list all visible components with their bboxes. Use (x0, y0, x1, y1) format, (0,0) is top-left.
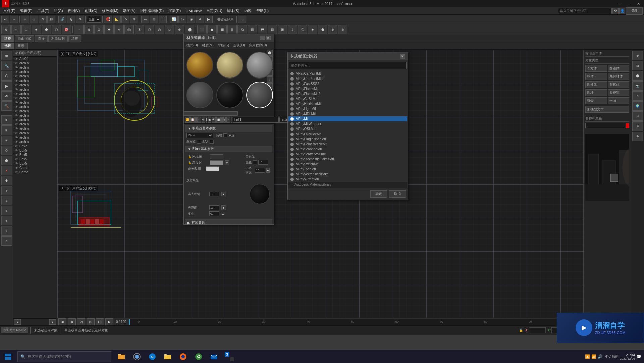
mat-browser-ok-btn[interactable]: 确定 (370, 190, 387, 198)
render-frame-btn[interactable]: ▶ (205, 16, 213, 23)
sub-toolbar-btn-17[interactable]: ⬭ (165, 25, 174, 34)
browser-item-vrfsss2[interactable]: VRayFastSSS2 (288, 81, 407, 86)
menu-item-create[interactable]: 创建(C) (83, 8, 99, 14)
sub-toolbar-btn-16[interactable]: ◎ (155, 25, 164, 34)
browser-item-vrscanned[interactable]: VRayScannedMtl (288, 147, 407, 152)
mat-browser-list[interactable]: VRayCarPaintMtl VRayCarPaintMtl2 VRayFas… (288, 70, 408, 188)
mat-specular-swatch[interactable] (206, 166, 219, 171)
toolbar-icon-1[interactable]: ⚙ (612, 8, 619, 14)
list-item[interactable]: 👁archin (13, 92, 57, 96)
mat-sphere-gray[interactable] (246, 52, 273, 79)
sidebar-btn-extra-11[interactable]: ⊕ (1, 216, 12, 225)
taskbar-app-app1[interactable]: ♻ (191, 350, 206, 363)
mat-fwd-btn[interactable]: → (226, 117, 230, 123)
browser-group-autodesk[interactable]: — Autodesk MaterialLibrary (288, 182, 407, 187)
sidebar-btn-extra-6[interactable]: 🔺 (1, 166, 12, 175)
menu-item-content[interactable]: 内容 (242, 8, 254, 14)
mat-faceted-cb[interactable] (210, 140, 214, 144)
list-item[interactable]: 👁archin (13, 96, 57, 100)
sidebar-btn-extra-5[interactable]: ⬤ (1, 156, 12, 165)
tab-modeling[interactable]: 建模 (1, 35, 14, 42)
enhanced-text-btn[interactable]: 加强型文本 (585, 106, 629, 113)
geosphere-btn[interactable]: 几何球体 (608, 73, 630, 80)
list-item[interactable]: 👁archin (13, 131, 57, 135)
sub-toolbar-btn-4[interactable]: ◈ (32, 25, 41, 34)
far-right-btn-5[interactable]: ☀ (632, 91, 643, 101)
sub-toolbar-btn-22[interactable]: ▦ (217, 25, 227, 34)
taskbar-app-files[interactable] (160, 350, 175, 363)
list-item[interactable]: 👁archin (13, 61, 57, 65)
menu-item-civil-view[interactable]: Civil View (183, 8, 203, 14)
timeline-play-fwd-btn[interactable]: ▶ (105, 318, 113, 326)
browser-item-vrscatter[interactable]: VRayScatterVolume (288, 152, 407, 157)
mat-soften-val[interactable] (209, 211, 219, 216)
mat-show-btn[interactable]: 👁 (212, 117, 216, 123)
list-item[interactable]: 👁archin (13, 74, 57, 79)
far-right-btn-9[interactable]: ⊘ (632, 132, 643, 141)
menu-item-tools[interactable]: 工具(T) (35, 8, 51, 14)
far-right-btn-6[interactable]: 🌍 (632, 101, 643, 111)
viewport-front[interactable]: [+] [前] [用户定义] [线框] (57, 184, 584, 318)
mat-reset-btn[interactable]: ↺ (202, 117, 205, 123)
timeline-prev-btn[interactable]: ⏮ (68, 318, 76, 326)
unlink-btn[interactable]: ⛓ (67, 16, 75, 23)
taskbar-app-mail[interactable] (207, 350, 221, 363)
sidebar-btn-extra-1[interactable]: ⊞ (1, 115, 12, 125)
browser-item-vrosl[interactable]: VRayOSLMtl (288, 126, 407, 132)
mat-browser-cancel-btn[interactable]: 取消 (389, 190, 406, 198)
menu-item-graph-editor[interactable]: 图形编辑器(D) (138, 8, 166, 14)
sub-toolbar-btn-14[interactable]: ⧖ (135, 25, 144, 34)
mat-menu-utility[interactable]: 实用程序(U) (248, 43, 268, 48)
sub-toolbar-btn-27[interactable]: ⊡ (268, 25, 277, 34)
mat-gloss-val[interactable] (209, 205, 219, 210)
browser-item-vrtoon[interactable]: VRayToonMtl (288, 167, 407, 172)
sidebar-btn-extra-7[interactable]: ⬟ (1, 176, 12, 185)
more-tools-btn[interactable]: ⋯ (238, 16, 246, 23)
sidebar-btn-extra-8[interactable]: ◈ (1, 186, 12, 195)
taskbar-search-box[interactable]: 🔍 在这里输入你想搜索的内容 (17, 351, 111, 362)
maximize-btn[interactable]: □ (626, 2, 632, 6)
browser-item-vrcp1[interactable]: VRayCarPaintMtl (288, 71, 407, 76)
sub-toolbar-btn-3[interactable]: □ (21, 25, 31, 34)
mat-soften-up-btn[interactable]: ▲ (221, 213, 225, 215)
browser-item-vrmdl[interactable]: VRayMDLMtl (288, 111, 407, 116)
sub-toolbar-btn-7[interactable]: 🎯 (62, 25, 71, 34)
timeline-track[interactable]: 0 10 20 30 40 50 60 70 80 90 (129, 319, 573, 325)
sidebar-btn-extra-4[interactable]: ⬡ (1, 146, 12, 155)
toolbar-icon-2[interactable]: 👤 (619, 8, 625, 14)
mat-sphere-active[interactable] (246, 82, 273, 108)
mat-sphere-hscroll-thumb[interactable] (184, 111, 238, 116)
menu-item-file[interactable]: 文件(F) (1, 8, 17, 14)
timeline-playhead[interactable] (129, 319, 130, 325)
list-item[interactable]: 👁archin (13, 140, 57, 144)
mat-sphere-rough[interactable] (216, 52, 243, 79)
teapot-btn[interactable]: 茶壶 (585, 97, 607, 104)
tab-freeform[interactable]: 自由形式 (15, 35, 34, 42)
mat-menu-nav[interactable]: 导航(G) (216, 43, 230, 48)
sub-toolbar-btn-13[interactable]: ⁂ (124, 25, 134, 34)
mat-sphere-wood[interactable] (186, 52, 213, 79)
sidebar-btn-extra-2[interactable]: ⊡ (1, 125, 12, 135)
far-right-btn-3[interactable]: ⬤ (632, 71, 643, 81)
sub-toolbar-btn-24[interactable]: ⧉ (237, 25, 247, 34)
sub-toolbar-btn-23[interactable]: ⊞ (227, 25, 237, 34)
object-color-swatch[interactable] (626, 123, 629, 128)
browser-item-vrplugin[interactable]: VRayPluginNodeMtl (288, 137, 407, 142)
mat-ambient-swatch[interactable] (210, 154, 223, 159)
mat-gloss-map-btn[interactable]: ■ (221, 205, 226, 210)
select-btn[interactable]: ⊹ (21, 16, 29, 23)
schematic-btn[interactable]: 🗂 (178, 16, 186, 23)
close-btn[interactable]: ✕ (635, 2, 642, 6)
coord-lock-btn[interactable]: 🔒 (519, 328, 523, 332)
plane-btn[interactable]: 平面 (608, 97, 630, 104)
redo-btn[interactable]: ↪ (10, 16, 18, 23)
sidebar-btn-display[interactable]: 👁 (1, 91, 12, 101)
browser-item-vrvector[interactable]: VRayVectorDisplBake (288, 172, 407, 177)
sidebar-btn-create[interactable]: ⊕ (1, 51, 12, 60)
mat-shader-header[interactable]: ▼ 明暗器基本参数 (185, 125, 272, 132)
browser-item-vrflakes2[interactable]: VRayFlakesMtl2 (288, 91, 407, 96)
material-editor-btn[interactable]: ◉ (187, 16, 195, 23)
render-setup-btn[interactable]: 🖥 (196, 16, 204, 23)
taskbar-app-firefox[interactable] (176, 350, 191, 363)
tab-display[interactable]: 显示 (15, 43, 28, 49)
